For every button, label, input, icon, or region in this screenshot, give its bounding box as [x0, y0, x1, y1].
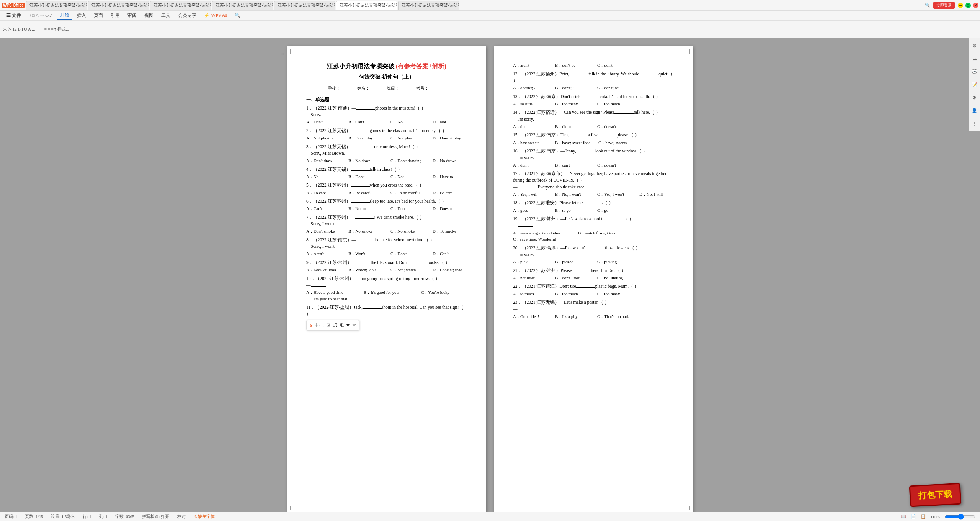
title-bar-left: WPS Office 江苏小升初语法专项突破-调法突破- ✕ 江苏小升初语法专项…	[2, 1, 925, 10]
ribbon-para-controls: ≡ ≡ ≡ ¶ 样式...	[44, 26, 69, 32]
sogou-overlay: S 中· ↓ 回 贞 龟 ★ ☆	[306, 320, 467, 331]
page-left: ⠿ 江苏小升初语法专项突破 (有参考答案+解析) 句法突破-祈使句（上） 学校：…	[287, 46, 486, 513]
login-button[interactable]: 立即登录	[933, 2, 955, 9]
choices-7: A．Don't smoke B．No smoke C．No smoke D．To…	[306, 228, 467, 234]
sogou-icon6[interactable]: ☆	[352, 322, 356, 329]
tab-1[interactable]: 江苏小升初语法专项突破-调法突破- ✕	[26, 1, 87, 10]
right-sidebar: ⊕ ☁ 💬 📝 ⚙ 👤 ⋮	[969, 38, 980, 131]
corner-tr	[479, 49, 483, 54]
title-bar: WPS Office 江苏小升初语法专项突破-调法突破- ✕ 江苏小升初语法专项…	[0, 0, 980, 11]
sogou-icon5[interactable]: ★	[346, 322, 350, 329]
corner-tr-r	[685, 49, 690, 54]
ribbon-font-controls: 宋体 12 B I U A ...	[3, 26, 35, 32]
corner-bl-r	[497, 506, 501, 510]
question-10: 10．（2022·江苏·常州）—I am going on a spring o…	[306, 275, 467, 302]
menu-review[interactable]: 审阅	[124, 11, 140, 20]
doc-subtitle: 句法突破-祈使句（上）	[306, 73, 467, 81]
status-font-warning: ⚠ 缺失字体	[193, 514, 215, 519]
title-bar-right: 🔍 立即登录 ─ □ ✕	[925, 2, 978, 9]
doc-info: 学校：________姓名：________班级：________考号：____…	[306, 85, 467, 92]
question-11: 11．（2022·江苏·盐城）Jack,shout in the hospita…	[306, 304, 467, 318]
question-14: 14．（2022·江苏宿迁）—Can you see the sign? Ple…	[513, 109, 674, 129]
menu-icons: ⌗ □ ⎙ ↩ ↻ ✓	[26, 12, 56, 19]
menu-member[interactable]: 会员专享	[175, 11, 199, 20]
search-input[interactable]: 🔍	[925, 3, 930, 8]
question-6: 6．（2022·江苏苏州）sleep too late. It's bad fo…	[306, 198, 467, 212]
menu-bar: ☰ 文件 ⌗ □ ⎙ ↩ ↻ ✓ 开始 插入 页面 引用 审阅 视图 工具 会员…	[0, 11, 980, 21]
question-12: 12．（2022·江苏扬州）Peter,talk in the library.…	[513, 71, 674, 91]
status-total: 页数: 1/15	[25, 514, 43, 519]
status-settings: 设置: 1.5毫米	[51, 514, 75, 519]
new-tab-button[interactable]: +	[463, 2, 467, 9]
question-4: 4．（2022·江苏无锡）talk in class!（ ） A．No B．Do…	[306, 166, 467, 180]
menu-file[interactable]: ☰ 文件	[3, 11, 24, 20]
tab-4[interactable]: 江苏小升初语法专项突破-调法突破- ✕	[212, 1, 273, 10]
menu-view[interactable]: 视图	[141, 11, 157, 20]
choices-14: A．don't B．didn't C．doesn't	[513, 123, 674, 130]
ribbon-bar: 宋体 12 B I U A ... ≡ ≡ ≡ ¶ 样式...	[0, 21, 980, 38]
choices-3: A．Don't draw B．No draw C．Don't drawing D…	[306, 157, 467, 164]
close-button[interactable]: ✕	[973, 3, 978, 8]
drag-handle[interactable]: ⠿	[281, 51, 284, 58]
choices-6: A．Can't B．Not to C．Don't D．Doesn't	[306, 205, 467, 212]
menu-page[interactable]: 页面	[91, 11, 106, 20]
question-15: 15．（2022·江苏·南京）Tim,a fewplease.（ ） A．has…	[513, 132, 674, 146]
status-col: 行: 1	[83, 514, 91, 519]
minimize-button[interactable]: ─	[958, 3, 963, 8]
choices-9: A．Look at; look B．Watch; look C．See; wat…	[306, 267, 467, 273]
choices-1: A．Don't B．Can't C．No D．Not	[306, 119, 467, 125]
menu-wpsai[interactable]: ⚡ WPS AI	[201, 12, 230, 19]
tab-5[interactable]: 江苏小升初语法专项突破-调法突破- ✕	[274, 1, 335, 10]
question-20: 20．（2022·江苏·高淳）—Please don'tthose flower…	[513, 245, 674, 265]
question-17: 17．（2021·江苏·南京市）—Never get together, hav…	[513, 170, 674, 197]
page-right: A．aren't B．don't be C．don't 12．（2022·江苏扬…	[494, 46, 693, 513]
view-btn-2[interactable]: 📄	[911, 514, 916, 519]
sogou-icon3[interactable]: 贞	[333, 322, 337, 329]
wps-logo[interactable]: WPS Office	[2, 3, 25, 8]
sogou-icon4[interactable]: 龟	[340, 322, 344, 329]
menu-start[interactable]: 开始	[57, 11, 72, 20]
tab-7[interactable]: 江苏小升初语法专项突破-调法突破- ✕	[398, 1, 459, 10]
tab-2[interactable]: 江苏小升初语法专项突破-调法突破- ✕	[88, 1, 149, 10]
tab-6-active[interactable]: 江苏小升初语法专项突破-调法突破- ✕	[336, 1, 397, 10]
choices-21: A．not litter B．don't litter C．no litteri…	[513, 275, 674, 281]
menu-insert[interactable]: 插入	[74, 11, 89, 20]
sidebar-icon-1[interactable]: ⊕	[970, 41, 979, 50]
question-23: 23．（2021·江苏无锡）—Let's make a poster.（ ） —…	[513, 299, 674, 319]
corner-bl	[290, 506, 295, 510]
sogou-toolbar[interactable]: S 中· ↓ 回 贞 龟 ★ ☆	[306, 320, 359, 331]
download-button[interactable]: 打包下载	[909, 483, 962, 507]
sidebar-icon-3[interactable]: 💬	[970, 67, 979, 76]
sidebar-icon-7[interactable]: ⋮	[970, 120, 979, 128]
sidebar-icon-6[interactable]: 👤	[970, 106, 979, 115]
choices-12: A．doesn't; / B．don't; / C．don't; be	[513, 85, 674, 91]
tab-3[interactable]: 江苏小升初语法专项突破-调法突破- ✕	[150, 1, 211, 10]
choices-8: A．Aren't B．Won't C．Don't D．Can't	[306, 251, 467, 257]
menu-ref[interactable]: 引用	[108, 11, 123, 20]
status-wordcount: 字数: 6365	[115, 514, 134, 519]
status-spell[interactable]: 拼写检查: 打开	[142, 514, 170, 519]
menu-tools[interactable]: 工具	[158, 11, 173, 20]
sidebar-icon-2[interactable]: ☁	[970, 54, 979, 63]
status-proofread[interactable]: 校对	[177, 514, 186, 519]
choices-20: A．pick B．picked C．picking	[513, 259, 674, 265]
choices-10: A．Have a good time B．It's good for you C…	[306, 289, 467, 302]
doc-area: ⠿ 江苏小升初语法专项突破 (有参考答案+解析) 句法突破-祈使句（上） 学校：…	[0, 38, 980, 521]
status-right: 📖 📄 📋 110%	[901, 514, 975, 520]
question-13: 13．（2022·江苏·南京）Don't drinkcola. It's bad…	[513, 93, 674, 107]
view-btn-1[interactable]: 📖	[901, 514, 906, 519]
choices-13: A．so little B．too many C．too much	[513, 101, 674, 107]
menu-search[interactable]: 🔍	[232, 12, 243, 19]
sogou-icon2[interactable]: 回	[327, 322, 331, 329]
doc-title: 江苏小升初语法专项突破 (有参考答案+解析)	[306, 61, 467, 71]
sidebar-icon-5[interactable]: ⚙	[970, 93, 979, 102]
question-3: 3．（2022·江苏无锡）—on your desk, Mark!（ ） —So…	[306, 144, 467, 164]
sogou-label: 中·	[315, 322, 320, 329]
sidebar-icon-4[interactable]: 📝	[970, 80, 979, 89]
choices-5: A．To care B．Be careful C．To be careful D…	[306, 190, 467, 196]
sogou-icon1[interactable]: ↓	[322, 322, 325, 329]
view-btn-3[interactable]: 📋	[921, 514, 926, 519]
zoom-slider[interactable]	[945, 514, 975, 520]
maximize-button[interactable]: □	[965, 3, 971, 8]
question-9: 9．（2022·江苏·常州）the blackboard. Don'tbooks…	[306, 259, 467, 273]
